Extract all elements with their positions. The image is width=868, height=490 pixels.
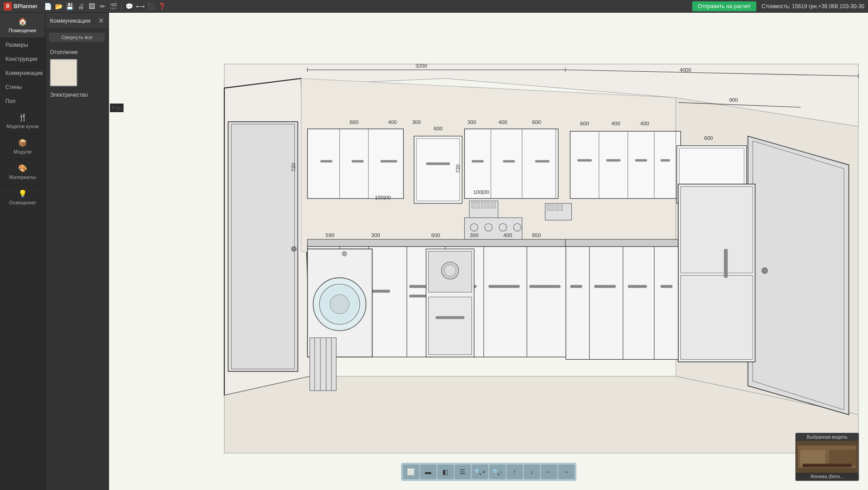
sidebar-item-moduli[interactable]: 📦 Модули [0,134,45,159]
svg-rect-79 [660,285,672,288]
pan-right-button[interactable]: → [558,465,575,479]
svg-text:100|00: 100|00 [375,194,391,200]
nav-item-pol[interactable]: Пол [0,94,45,109]
mini-preview-title: Выбранная модель [796,433,858,441]
svg-text:300: 300 [467,119,476,125]
svg-rect-123 [556,205,563,211]
collapse-all-button[interactable]: Свернуть все [49,33,105,42]
light-icon: 💡 [18,189,27,198]
modules-icon: 📦 [18,139,27,147]
pan-up-button[interactable]: ↑ [506,465,523,479]
svg-text:400: 400 [640,120,650,126]
pan-down-button[interactable]: ↓ [524,465,540,479]
svg-text:600: 600 [532,119,541,125]
svg-rect-35 [606,159,621,161]
open-icon[interactable]: 📂 [54,1,64,11]
image-icon[interactable]: 🖼 [87,1,97,11]
svg-rect-27 [503,160,515,163]
svg-rect-54 [489,285,520,288]
svg-point-7 [292,247,297,252]
mini-preview-label: Женева (бело... [796,473,858,480]
home-icon: 🏠 [18,17,27,26]
view-btn-1[interactable]: ⬜ [403,465,419,479]
sidebar-item-osveshenie[interactable]: 💡 Освещение [0,185,45,210]
phone-number: +38 068 103-30-30 [818,3,864,10]
nav-item-razmery[interactable]: Размеры [0,38,45,52]
svg-text:300: 300 [371,232,380,238]
svg-rect-120 [491,203,496,208]
view-btn-4[interactable]: ☰ [455,465,471,479]
panel-section-electricity: Электричество [45,88,109,100]
svg-point-10 [762,267,768,273]
svg-rect-17 [352,160,363,163]
svg-rect-5 [228,122,298,371]
svg-rect-50 [371,290,390,292]
fullscreen-icon[interactable]: ⬛ [146,1,156,11]
nav-item-kommunikatsii[interactable]: Коммуникации [0,66,45,80]
svg-rect-130 [803,464,852,467]
svg-rect-77 [594,285,616,288]
materials-icon: 🎨 [18,164,27,173]
svg-text:400: 400 [611,120,620,126]
svg-rect-81 [681,187,753,273]
svg-text:850: 850 [532,232,541,238]
svg-text:300: 300 [412,119,421,125]
pan-left-button[interactable]: ← [541,465,557,479]
svg-marker-40 [308,239,565,247]
svg-rect-21 [426,163,450,165]
sidebar-item-materialy[interactable]: 🎨 Материалы [0,159,45,185]
view-btn-3[interactable]: ◧ [437,465,454,479]
sidebar-item-pomeshenie[interactable]: 🏠 Помещение [0,13,45,38]
left-sidebar: 🏠 Помещение Размеры Конструкции Коммуник… [0,13,45,490]
panel-title: Коммуникации [50,17,90,24]
svg-rect-118 [471,203,479,208]
svg-text:720: 720 [290,163,296,172]
chat-icon[interactable]: 💬 [124,1,134,11]
svg-rect-72 [566,247,679,360]
app-logo: B BPlanner [4,2,38,10]
panel-section-heating: Отопление [45,45,109,57]
svg-text:590: 590 [326,232,335,238]
send-button[interactable]: Отправить на расчет [692,1,756,11]
svg-point-68 [470,223,478,231]
print-icon[interactable]: 🖨 [76,1,86,11]
svg-text:600: 600 [350,119,359,125]
svg-point-69 [485,223,492,231]
zoom-in-button[interactable]: 🔍+ [472,465,488,479]
video-icon[interactable]: 🎬 [109,1,119,11]
svg-rect-29 [570,131,680,198]
fon-label: Fon [110,104,124,112]
sidebar-label-modeli: Модели кухни [6,124,39,129]
arrow-icon[interactable]: ⟷ [135,1,145,11]
svg-text:600: 600 [704,135,713,141]
mini-preview-image [796,441,858,473]
new-file-icon[interactable]: 📄 [43,1,53,11]
help-icon[interactable]: ❓ [157,1,167,11]
svg-text:300: 300 [470,232,479,238]
edit-icon[interactable]: ✏ [98,1,108,11]
svg-point-66 [342,252,347,257]
panel-header: Коммуникации ✕ [45,13,109,29]
toolbar-icons: 📄 📂 💾 🖨 🖼 ✏ 🎬 💬 ⟷ ⬛ ❓ [43,1,692,11]
svg-rect-60 [428,297,471,355]
view-btn-2[interactable]: ▬ [420,465,436,479]
panel-close-button[interactable]: ✕ [98,16,104,25]
mini-preview: Выбранная модель Женева (бело... [795,433,859,481]
bottom-toolbar: ⬜ ▬ ◧ ☰ 🔍+ 🔍- ↑ ↓ ← → [401,463,576,481]
zoom-out-button[interactable]: 🔍- [489,465,506,479]
svg-rect-37 [660,159,670,161]
kitchen-sketch: .dim-line { stroke: #333; stroke-width: … [109,13,868,490]
svg-rect-11 [308,129,404,198]
svg-point-59 [444,265,456,276]
sidebar-label-pomeshenie: Помещение [9,28,36,33]
svg-rect-18 [381,160,397,163]
nav-item-konstruktsii[interactable]: Конструкции [0,52,45,66]
nav-item-steny[interactable]: Стены [0,80,45,94]
sidebar-label-osveshenie: Освещение [9,200,36,205]
heating-thumbnail[interactable] [50,59,77,86]
svg-text:720: 720 [455,164,461,173]
canvas-area[interactable]: Fon .dim-line { stroke: #333; stroke-wid… [109,13,868,490]
sidebar-label-materialy: Материалы [9,174,36,180]
save-icon[interactable]: 💾 [65,1,75,11]
sidebar-item-modeli[interactable]: 🍴 Модели кухни [0,109,45,134]
